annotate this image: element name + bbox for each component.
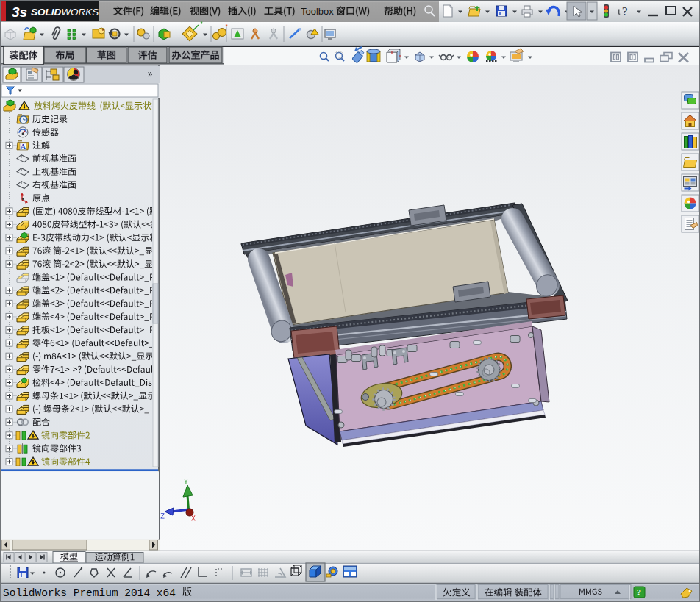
svg-text:?: ? [622, 4, 628, 18]
svg-text:SolidWorks Premium 2014 x64: SolidWorks Premium 2014 x64 [3, 587, 176, 599]
svg-text:3s: 3s [12, 4, 27, 20]
svg-text:A: A [21, 143, 26, 151]
svg-text:SOLIDWORKS: SOLIDWORKS [31, 7, 99, 18]
svg-text:?: ? [637, 587, 641, 598]
svg-text:Toolbox: Toolbox [301, 6, 334, 17]
